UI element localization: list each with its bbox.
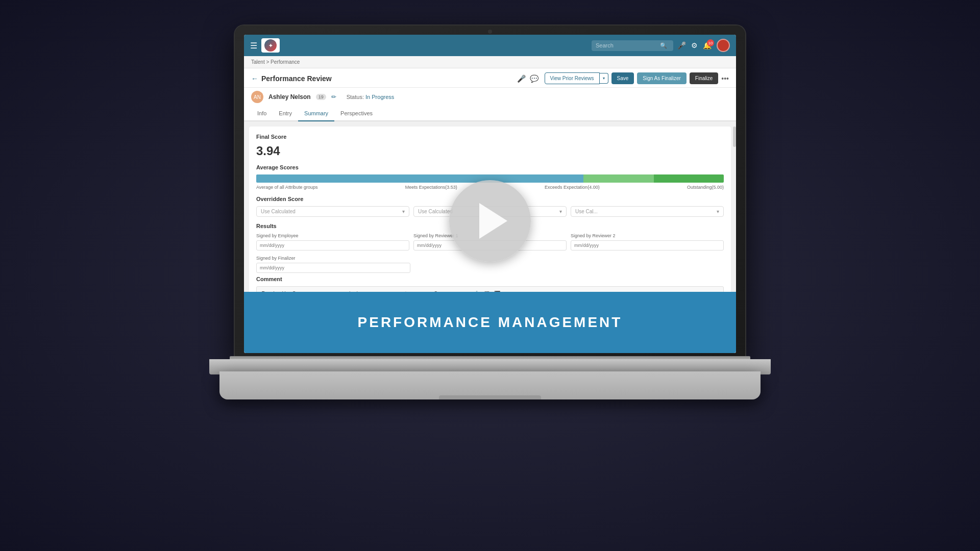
page-title-area: ← Performance Review [251, 74, 517, 83]
play-button[interactable] [449, 180, 531, 262]
hamburger-menu[interactable]: ☰ [250, 41, 257, 51]
search-input[interactable] [596, 42, 657, 48]
page-title: Performance Review [261, 74, 332, 83]
app-logo[interactable]: ✦ [261, 38, 280, 53]
breadcrumb: Talent > Performance [244, 56, 736, 68]
app-container: ☰ ✦ 🔍 🎤 ⚙ 🔔 [244, 35, 736, 353]
top-nav: ☰ ✦ 🔍 🎤 ⚙ 🔔 [244, 35, 736, 56]
more-options-button[interactable]: ••• [721, 74, 729, 83]
sign-as-finalizer-button[interactable]: Sign As Finalizer [637, 72, 686, 84]
page-header: ← Performance Review 🎤 💬 View Prior Revi… [244, 68, 736, 88]
tab-summary[interactable]: Summary [298, 106, 334, 121]
microphone-icon[interactable]: 🎤 [517, 74, 526, 83]
status-label-text: Status: [347, 94, 364, 100]
screen-bezel: ☰ ✦ 🔍 🎤 ⚙ 🔔 [235, 26, 745, 362]
screen-content: ☰ ✦ 🔍 🎤 ⚙ 🔔 [244, 35, 736, 353]
employee-row: AN Ashley Nelson 19 ✏ Status: In Progres… [244, 88, 736, 106]
tabs-bar: Info Entry Summary Perspectives [244, 106, 736, 121]
notification-badge: 10 [707, 39, 714, 46]
logo-text: ✦ [268, 43, 273, 48]
employee-name: Ashley Nelson [268, 93, 311, 101]
employee-badge: 19 [316, 94, 326, 100]
header-actions: View Prior Reviews ▾ Save Sign As Finali… [545, 72, 729, 84]
logo-icon: ✦ [264, 39, 277, 52]
banner-text: PERFORMANCE MANAGEMENT [358, 314, 623, 331]
play-icon [479, 203, 507, 239]
mic-icon[interactable]: 🎤 [677, 41, 686, 49]
header-icons: 🎤 💬 [517, 74, 538, 83]
performance-banner: PERFORMANCE MANAGEMENT [244, 292, 736, 353]
settings-icon[interactable]: ⚙ [691, 41, 698, 49]
video-overlay: PERFORMANCE MANAGEMENT [244, 121, 736, 353]
employee-avatar: AN [251, 91, 263, 103]
status-value: In Progress [365, 94, 394, 100]
edit-employee-icon[interactable]: ✏ [331, 93, 336, 101]
notifications-icon[interactable]: 🔔 10 [703, 41, 712, 49]
view-prior-reviews-dropdown[interactable]: ▾ [600, 73, 608, 84]
status-label: Status: In Progress [347, 94, 395, 100]
nav-icons: 🎤 ⚙ 🔔 10 [677, 39, 730, 52]
laptop-bottom [219, 371, 761, 399]
tab-info[interactable]: Info [251, 106, 273, 121]
camera-dot [488, 30, 492, 34]
search-icon: 🔍 [660, 42, 667, 49]
search-bar[interactable]: 🔍 [592, 40, 673, 51]
view-prior-reviews-group: View Prior Reviews ▾ [545, 72, 608, 84]
tab-perspectives[interactable]: Perspectives [334, 106, 379, 121]
tab-entry[interactable]: Entry [273, 106, 298, 121]
content-area: Final Score 3.94 Average Scores Average … [244, 121, 736, 353]
employee-initials: AN [254, 94, 261, 100]
view-prior-reviews-button[interactable]: View Prior Reviews [545, 72, 600, 84]
message-icon[interactable]: 💬 [530, 74, 538, 83]
laptop-frame: ☰ ✦ 🔍 🎤 ⚙ 🔔 [209, 26, 771, 525]
save-button[interactable]: Save [611, 72, 634, 84]
breadcrumb-text: Talent > Performance [251, 59, 300, 65]
back-button[interactable]: ← [251, 74, 258, 83]
finalize-button[interactable]: Finalize [690, 72, 718, 84]
user-avatar[interactable] [717, 39, 730, 52]
